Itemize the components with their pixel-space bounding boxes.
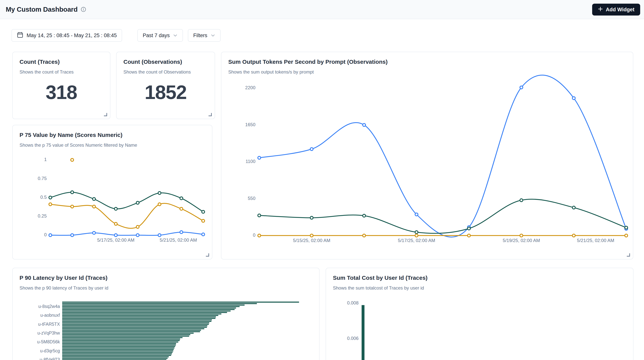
widget-card-p90-latency: P 90 Latency by User Id (Traces) Shows t… [12, 268, 320, 360]
line-series-green [50, 192, 203, 212]
resize-handle-icon[interactable] [205, 253, 210, 257]
bar [62, 318, 216, 319]
bar [62, 315, 218, 316]
widget-title: Sum Output Tokens Per Second by Prompt (… [228, 59, 626, 65]
widget-subtitle: Shows the p 90 latency of Traces by user… [20, 285, 312, 291]
y-axis-tick: 0 [44, 232, 47, 237]
bar [62, 350, 173, 351]
bar [62, 349, 174, 350]
resize-handle-icon[interactable] [626, 253, 630, 257]
data-point [415, 231, 418, 234]
date-preset-label: Past 7 days [143, 33, 170, 39]
data-point [572, 206, 575, 209]
line-series-blue [50, 232, 203, 235]
count-value: 318 [13, 81, 110, 104]
bar [62, 303, 257, 304]
bar-label: u-tFAR5TX [38, 322, 60, 327]
add-widget-button[interactable]: Add Widget [592, 4, 640, 16]
widget-subtitle: Shows the sum totalcost of Traces by use… [333, 285, 626, 291]
bar [62, 346, 175, 347]
bar [62, 328, 204, 329]
bar [62, 330, 201, 331]
data-point [520, 234, 523, 237]
x-axis-label: 5/21/25, 02:00 AM [577, 238, 614, 243]
bar [62, 319, 212, 320]
plus-icon [598, 7, 603, 13]
bar [62, 312, 227, 313]
data-point [415, 234, 418, 237]
widget-title: Count (Traces) [20, 59, 103, 65]
info-icon[interactable] [80, 7, 86, 12]
data-point [415, 213, 418, 216]
bar [62, 327, 207, 328]
data-point [363, 214, 366, 217]
widget-title: Sum Total Cost by User Id (Traces) [333, 275, 626, 281]
x-axis-label: 5/17/25, 02:00 AM [97, 237, 134, 243]
data-point [92, 205, 96, 208]
count-value: 1852 [116, 81, 215, 104]
data-point [92, 231, 96, 234]
bar [62, 356, 169, 357]
bar [62, 359, 166, 360]
y-axis-tick: 1650 [245, 122, 256, 127]
y-axis-tick: 0.5 [40, 195, 47, 200]
widget-card-cost-by-user: Sum Total Cost by User Id (Traces) Shows… [326, 268, 634, 360]
date-preset-button[interactable]: Past 7 days [137, 29, 183, 42]
y-axis-tick: 0 [253, 232, 256, 238]
page-title: My Custom Dashboard [6, 6, 78, 13]
bar [62, 313, 221, 314]
bar [62, 306, 240, 307]
data-point [258, 234, 261, 237]
data-point [202, 233, 204, 236]
data-point [136, 225, 139, 228]
data-point [180, 197, 183, 200]
data-point [468, 227, 470, 230]
y-axis-tick: 1100 [246, 159, 256, 164]
data-point [136, 201, 139, 204]
data-point [71, 205, 74, 208]
data-point [114, 234, 117, 237]
data-point [158, 234, 161, 237]
x-axis-label: 5/19/25, 02:00 AM [503, 238, 540, 243]
widget-subtitle: Shows the sum output tokens/s by prompt [228, 69, 626, 75]
bar-label: u-8fVa9T3 [40, 357, 60, 360]
data-point [114, 222, 117, 225]
data-point [520, 199, 523, 202]
bar [62, 337, 182, 338]
data-point [114, 207, 117, 210]
bar [62, 353, 172, 354]
bar-label: u-aobnuxf [40, 313, 60, 318]
widget-title: P 75 Value by Name (Scores Numeric) [20, 132, 205, 138]
bar [62, 331, 200, 332]
data-point [49, 203, 52, 206]
bar [62, 333, 194, 333]
bar-label: u-8sq2w4a [38, 304, 60, 309]
data-point [625, 227, 628, 230]
date-range-button[interactable]: May 14, 25 : 08:45 - May 21, 25 : 08:45 [12, 29, 122, 42]
resize-handle-icon[interactable] [208, 112, 212, 117]
data-point [158, 203, 161, 206]
data-point [71, 234, 74, 237]
bar [62, 307, 236, 308]
widget-card-p75-scores: P 75 Value by Name (Scores Numeric) Show… [12, 125, 212, 259]
bar [62, 343, 176, 344]
resize-handle-icon[interactable] [103, 112, 108, 117]
add-widget-label: Add Widget [606, 7, 634, 13]
line-series-orange [50, 203, 203, 228]
data-point [310, 148, 313, 151]
filters-button[interactable]: Filters [188, 29, 220, 42]
y-axis-tick: 1 [44, 157, 47, 162]
widget-title: Count (Observations) [124, 59, 208, 65]
cost-bar-chart: 0.0080.006 [326, 268, 634, 360]
bar [62, 309, 234, 310]
data-point [468, 234, 470, 237]
bar [62, 352, 172, 353]
data-point [71, 191, 74, 194]
widget-title: P 90 Latency by User Id (Traces) [20, 275, 312, 281]
bar [62, 336, 189, 337]
widget-subtitle: Shows the count of Traces [20, 69, 103, 75]
x-axis-label: 5/17/25, 02:00 AM [398, 238, 435, 243]
data-point [625, 226, 628, 229]
bar [62, 355, 171, 356]
bar-label: u-zVqP3hw [37, 330, 60, 335]
